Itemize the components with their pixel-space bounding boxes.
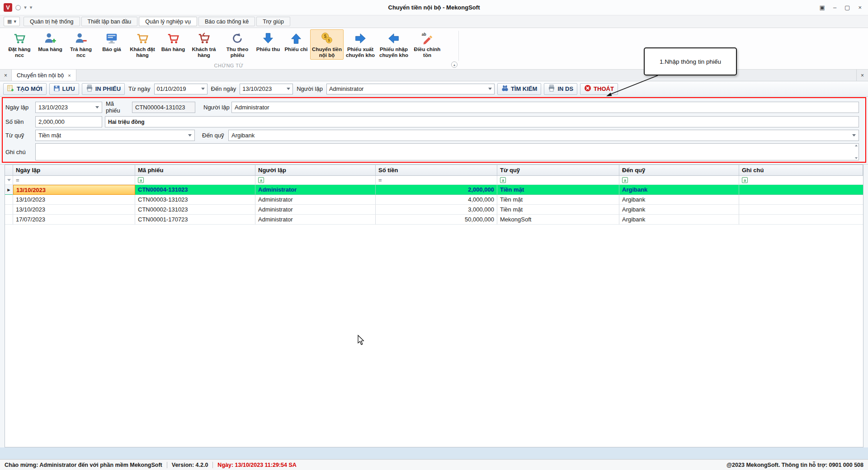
amount-field[interactable]: 2,000,000 [35, 116, 102, 127]
print-list-button[interactable]: IN DS [544, 83, 577, 95]
button-label: THOÁT [594, 85, 614, 92]
action-toolbar: TẠO MỚI LƯU IN PHIẾU Từ ngày 01/10/2019 … [0, 81, 868, 97]
ribbon-button-phieu-xuat-chuyen-kho[interactable]: Phiếu xuất chuyển kho [344, 29, 377, 60]
voucher-code-field[interactable]: CTN00004-131023 [132, 102, 195, 113]
table-row[interactable]: 13/10/2023 CTN00002-131023 Administrator… [5, 205, 863, 215]
creator-filter-combo[interactable]: Administrator [326, 84, 495, 94]
create-new-button[interactable]: TẠO MỚI [3, 83, 47, 95]
status-support: @2023 MekongSoft. Thông tin hỗ trợ: 0901… [726, 462, 863, 468]
column-header-den-quy[interactable]: Đến quỹ [619, 165, 739, 176]
filter-cell-so-tien[interactable]: = [376, 176, 497, 185]
save-button[interactable]: LƯU [49, 83, 79, 95]
spinner-up-icon[interactable] [855, 145, 858, 146]
new-document-icon [7, 85, 14, 93]
ribbon-button-dat-hang-ncc[interactable]: Đặt hàng ncc [3, 29, 36, 60]
callout-text: 1.Nhập thông tin phiếu [660, 58, 721, 65]
ribbon-button-dieu-chinh-ton[interactable]: ab Điều chỉnh tồn [410, 29, 444, 60]
ribbon-button-bao-gia[interactable]: Báo giá [98, 29, 126, 54]
text-filter-icon: a [138, 177, 144, 183]
from-date-label: Từ ngày [127, 85, 151, 92]
tab-bao-cao-thong-ke[interactable]: Báo cáo thống kê [198, 17, 255, 26]
record-icon[interactable]: ◯ [15, 5, 21, 10]
cell-note [739, 195, 863, 205]
print-receipt-button[interactable]: IN PHIẾU [82, 83, 125, 95]
ribbon-button-phieu-chi[interactable]: Phiếu chi [282, 29, 310, 54]
filter-cell-ngay-lap[interactable]: = [13, 176, 135, 185]
column-header-ma-phieu[interactable]: Mã phiếu [135, 165, 255, 176]
table-row[interactable]: 13/10/2023 CTN00003-131023 Administrator… [5, 195, 863, 205]
chevron-down-icon [488, 88, 492, 90]
filter-cell-nguoi-lap[interactable]: a [255, 176, 376, 185]
minimize-button[interactable]: – [833, 4, 836, 11]
refresh-arrow-icon [231, 31, 244, 46]
column-header-tu-quy[interactable]: Từ quỹ [497, 165, 619, 176]
close-tab-icon[interactable]: × [68, 73, 71, 78]
close-document-button[interactable]: × [856, 70, 868, 81]
ribbon-button-ban-hang[interactable]: Bán hàng [159, 29, 187, 54]
screen-resolution-icon[interactable]: ▣ [820, 4, 825, 11]
column-header-so-tien[interactable]: Số tiền [376, 165, 497, 176]
ribbon-button-phieu-nhap-chuyen-kho[interactable]: Phiếu nhập chuyển kho [377, 29, 410, 60]
cell-code: CTN00003-131023 [135, 195, 255, 205]
date-created-picker[interactable]: 13/10/2023 [35, 102, 102, 113]
text-filter-icon: a [258, 177, 264, 183]
filter-cell-ghi-chu[interactable]: a [739, 176, 863, 185]
svg-text:$: $ [328, 38, 330, 42]
to-fund-label: Đến quỹ [202, 132, 228, 139]
creator-field[interactable]: Administrator [231, 102, 859, 113]
ribbon-button-mua-hang[interactable]: Mua hàng [36, 29, 64, 54]
ribbon-button-label: Mua hàng [38, 47, 62, 52]
tab-tro-giup[interactable]: Trợ giúp [256, 17, 290, 26]
note-field[interactable] [35, 143, 859, 160]
ribbon-button-phieu-thu[interactable]: Phiếu thu [254, 29, 282, 54]
cell-from-fund: Tiền mặt [497, 195, 619, 205]
filter-cell-den-quy[interactable]: a [619, 176, 739, 185]
exit-button[interactable]: THOÁT [580, 83, 618, 95]
to-fund-combo[interactable]: Argibank [228, 130, 859, 141]
table-row[interactable]: 17/07/2023 CTN00001-170723 Administrator… [5, 215, 863, 225]
ribbon-button-chuyen-tien-noi-bo[interactable]: $$ Chuyển tiền nội bộ [310, 29, 344, 60]
ribbon-collapse-icon[interactable]: ▴ [451, 61, 458, 68]
search-button[interactable]: TÌM KIẾM [497, 83, 542, 95]
column-header-ngay-lap[interactable]: Ngày lập [13, 165, 135, 176]
restore-button[interactable]: ▢ [844, 4, 850, 11]
to-date-label: Đến ngày [210, 85, 237, 92]
from-fund-combo[interactable]: Tiền mặt [35, 130, 195, 141]
column-header-nguoi-lap[interactable]: Người lập [255, 165, 376, 176]
tab-chuyen-tien-noi-bo[interactable]: Chuyển tiền nội bộ × [12, 70, 76, 81]
tab-quan-ly-nghiep-vu[interactable]: Quản lý nghiệp vụ [139, 17, 197, 26]
filter-cell-ma-phieu[interactable]: a [135, 176, 255, 185]
column-header-ghi-chu[interactable]: Ghi chú [739, 165, 863, 176]
filter-cell-tu-quy[interactable]: a [497, 176, 619, 185]
tab-thiet-lap-ban-dau[interactable]: Thiết lập ban đầu [81, 17, 138, 26]
cell-code: CTN00001-170723 [135, 215, 255, 225]
voucher-grid: Ngày lập Mã phiếu Người lập Số tiền Từ q… [5, 164, 863, 447]
cell-code: CTN00002-131023 [135, 205, 255, 215]
binoculars-icon [501, 85, 509, 93]
spinner-down-icon[interactable] [855, 157, 858, 159]
ribbon-button-label: Phiếu xuất chuyển kho [345, 47, 375, 58]
close-all-tabs-button[interactable]: × [0, 70, 12, 81]
cell-date: 17/07/2023 [13, 215, 135, 225]
close-button[interactable]: × [858, 4, 862, 11]
qat-customize-icon[interactable]: ▾ [30, 5, 33, 10]
ribbon-button-khach-tra-hang[interactable]: Khách trả hàng [187, 29, 221, 60]
to-date-picker[interactable]: 13/10/2023 [240, 84, 293, 94]
from-date-picker[interactable]: 01/10/2019 [154, 84, 208, 94]
chevron-down-icon [201, 88, 205, 90]
tab-quan-tri-he-thong[interactable]: Quản trị hệ thống [24, 17, 80, 26]
ribbon-button-tra-hang-ncc[interactable]: Trả hàng ncc [64, 29, 98, 60]
table-row[interactable]: ▸ 13/10/2023 CTN00004-131023 Administrat… [5, 185, 863, 195]
app-menu-button[interactable]: ▦ ▾ [4, 17, 20, 26]
title-bar: V ◯ ▾ ▾ Chuyển tiền nội bộ - MekongSoft … [0, 0, 868, 15]
ribbon-button-thu-theo-phieu[interactable]: Thu theo phiếu [221, 29, 254, 60]
presentation-board-icon [105, 31, 118, 46]
chevron-down-icon[interactable]: ▾ [24, 5, 27, 10]
app-logo-icon[interactable]: V [4, 3, 12, 12]
creator-label: Người lập [203, 104, 231, 111]
amount-in-words-field[interactable]: Hai triệu đồng [105, 116, 859, 127]
cell-from-fund: MekongSoft [497, 215, 619, 225]
ribbon-button-khach-dat-hang[interactable]: Khách đặt hàng [126, 29, 159, 60]
creator-value: Administrator [235, 104, 269, 111]
note-spinner[interactable] [855, 145, 858, 159]
